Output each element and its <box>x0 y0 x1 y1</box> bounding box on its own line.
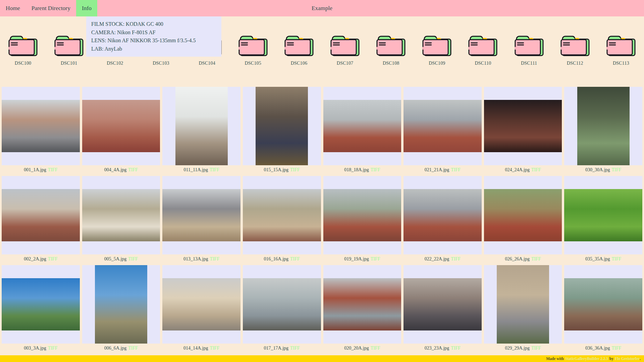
folder-item-dsc113[interactable]: DSC113 <box>598 34 644 66</box>
tiff-link[interactable]: TIFF <box>48 167 58 172</box>
folder-icon <box>376 34 406 57</box>
photo-thumbnail-link[interactable] <box>404 265 482 344</box>
tiff-link[interactable]: TIFF <box>371 167 380 172</box>
folder-item-dsc108[interactable]: DSC108 <box>368 34 414 66</box>
folder-item-dsc101[interactable]: DSC101 <box>46 34 92 66</box>
gallery-row: 002_2A.jpgTIFF 005_5A.jpgTIFF 013_13A.jp… <box>2 176 642 265</box>
folder-label: DSC106 <box>291 61 307 66</box>
folder-item-dsc105[interactable]: DSC105 <box>230 34 276 66</box>
tiff-link[interactable]: TIFF <box>290 256 300 261</box>
tiff-link[interactable]: TIFF <box>128 256 138 261</box>
tiff-link[interactable]: TIFF <box>612 256 622 261</box>
photo-image <box>243 278 321 330</box>
folder-item-dsc110[interactable]: DSC110 <box>460 34 506 66</box>
photo-filename: 016_16A.jpg <box>264 256 289 261</box>
photo-thumbnail-link[interactable] <box>484 265 562 344</box>
tiff-link[interactable]: TIFF <box>210 167 219 172</box>
tiff-link[interactable]: TIFF <box>371 346 380 351</box>
photo-tile: 013_13A.jpgTIFF <box>162 176 240 265</box>
photo-tile: 022_22A.jpgTIFF <box>404 176 482 265</box>
photo-image <box>2 189 80 241</box>
page-title: Example <box>312 0 332 16</box>
tiff-link[interactable]: TIFF <box>290 346 300 351</box>
photo-filename: 003_3A.jpg <box>24 346 46 351</box>
folder-label: DSC107 <box>337 61 353 66</box>
photo-thumbnail-link[interactable] <box>162 87 240 165</box>
photo-caption: 030_30A.jpgTIFF <box>564 167 642 173</box>
tiff-link[interactable]: TIFF <box>612 346 622 351</box>
photo-thumbnail-link[interactable] <box>564 176 642 254</box>
photo-tile: 014_14A.jpgTIFF <box>162 265 240 354</box>
tiff-link[interactable]: TIFF <box>48 346 58 351</box>
photo-thumbnail-link[interactable] <box>82 87 160 165</box>
photo-gallery: 001_1A.jpgTIFF 004_4A.jpgTIFF 011_11A.jp… <box>0 87 644 354</box>
tiff-link[interactable]: TIFF <box>451 346 461 351</box>
photo-image <box>82 189 160 241</box>
tiff-link[interactable]: TIFF <box>531 256 541 261</box>
folder-item-dsc111[interactable]: DSC111 <box>506 34 552 66</box>
photo-thumbnail-link[interactable] <box>162 176 240 254</box>
photo-image <box>256 87 308 165</box>
tiff-link[interactable]: TIFF <box>371 256 380 261</box>
photo-thumbnail-link[interactable] <box>243 176 321 254</box>
photo-thumbnail-link[interactable] <box>404 176 482 254</box>
photo-image <box>564 278 642 330</box>
photo-thumbnail-link[interactable] <box>243 87 321 165</box>
photo-thumbnail-link[interactable] <box>2 176 80 254</box>
nav-item-parent-directory[interactable]: Parent Directory <box>26 0 76 16</box>
tiff-link[interactable]: TIFF <box>210 346 219 351</box>
folder-item-dsc112[interactable]: DSC112 <box>552 34 598 66</box>
tiff-link[interactable]: TIFF <box>451 256 461 261</box>
tiff-link[interactable]: TIFF <box>612 167 622 172</box>
photo-image <box>243 189 321 241</box>
photo-thumbnail-link[interactable] <box>2 87 80 165</box>
photo-thumbnail-link[interactable] <box>484 176 562 254</box>
tiff-link[interactable]: TIFF <box>290 167 300 172</box>
folder-label: DSC108 <box>383 61 399 66</box>
tiff-link[interactable]: TIFF <box>48 256 58 261</box>
photo-thumbnail-link[interactable] <box>323 265 401 344</box>
photo-caption: 019_19A.jpgTIFF <box>323 256 401 262</box>
tiff-link[interactable]: TIFF <box>210 256 219 261</box>
photo-filename: 024_24A.jpg <box>505 167 530 172</box>
photo-image <box>497 265 549 344</box>
photo-image <box>323 189 401 241</box>
photo-thumbnail-link[interactable] <box>162 265 240 344</box>
photo-thumbnail-link[interactable] <box>484 87 562 165</box>
folder-icon <box>560 34 590 57</box>
folder-item-dsc106[interactable]: DSC106 <box>276 34 322 66</box>
photo-caption: 016_16A.jpgTIFF <box>243 256 321 262</box>
photo-thumbnail-link[interactable] <box>243 265 321 344</box>
info-line: LAB: AnyLab <box>91 45 216 53</box>
photo-filename: 005_5A.jpg <box>104 256 127 261</box>
photo-thumbnail-link[interactable] <box>82 176 160 254</box>
photo-thumbnail-link[interactable] <box>82 265 160 344</box>
tiff-link[interactable]: TIFF <box>128 346 138 351</box>
folder-icon <box>468 34 497 57</box>
tiff-link[interactable]: TIFF <box>531 167 541 172</box>
folder-item-dsc100[interactable]: DSC100 <box>0 34 46 66</box>
tiff-link[interactable]: TIFF <box>451 167 461 172</box>
nav-item-home[interactable]: Home <box>0 0 26 16</box>
footer-builder-link[interactable]: StaticGalleryBuilder 2.2.3 <box>565 357 608 361</box>
photo-thumbnail-link[interactable] <box>2 265 80 344</box>
photo-thumbnail-link[interactable] <box>564 87 642 165</box>
photo-filename: 013_13A.jpg <box>183 256 208 261</box>
folder-item-dsc109[interactable]: DSC109 <box>414 34 460 66</box>
photo-filename: 011_11A.jpg <box>183 167 208 172</box>
nav-item-info[interactable]: Info <box>76 0 97 16</box>
photo-tile: 001_1A.jpgTIFF <box>2 87 80 176</box>
tiff-link[interactable]: TIFF <box>531 346 541 351</box>
footer-author-link[interactable]: Flo Greistorfer <box>615 357 640 361</box>
photo-caption: 023_23A.jpgTIFF <box>404 346 482 352</box>
photo-thumbnail-link[interactable] <box>323 176 401 254</box>
tiff-link[interactable]: TIFF <box>128 167 138 172</box>
photo-thumbnail-link[interactable] <box>404 87 482 165</box>
photo-filename: 006_6A.jpg <box>104 346 127 351</box>
photo-thumbnail-link[interactable] <box>323 87 401 165</box>
photo-image <box>162 189 240 241</box>
photo-tile: 024_24A.jpgTIFF <box>484 87 562 176</box>
folder-item-dsc107[interactable]: DSC107 <box>322 34 368 66</box>
photo-thumbnail-link[interactable] <box>564 265 642 344</box>
folder-icon <box>606 34 636 57</box>
